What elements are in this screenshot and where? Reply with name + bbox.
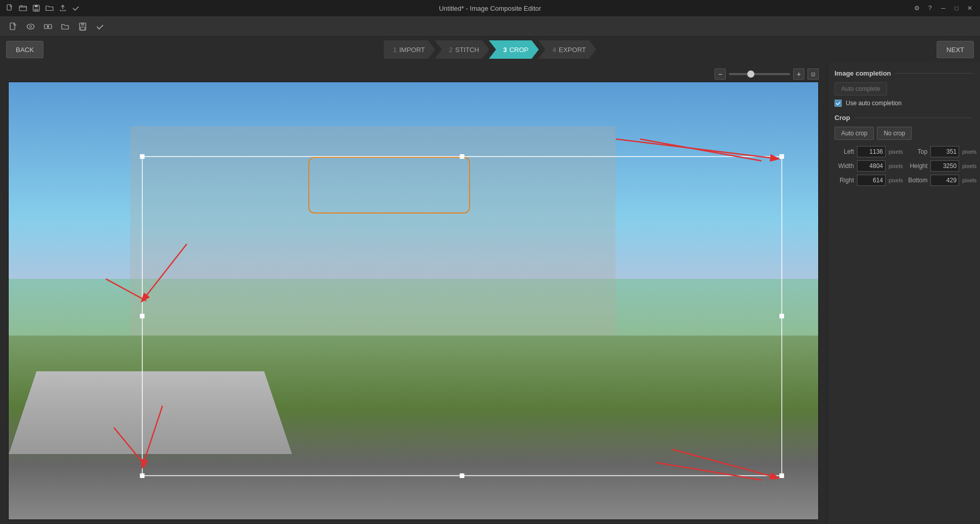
auto-complete-button[interactable]: Auto complete (835, 82, 887, 96)
zoom-slider[interactable] (729, 73, 790, 75)
step-import-label: IMPORT (399, 46, 425, 54)
top-unit: pixels (962, 149, 976, 155)
zoom-out-button[interactable]: − (715, 68, 726, 80)
svg-rect-8 (44, 25, 47, 29)
width-label: Width (835, 162, 854, 170)
next-button[interactable]: NEXT (937, 41, 974, 58)
open-icon[interactable] (18, 4, 28, 13)
folder-icon[interactable] (45, 4, 54, 13)
height-label: Height (908, 162, 927, 170)
validate-icon[interactable] (71, 4, 81, 13)
new-file-icon[interactable] (6, 19, 20, 34)
bottom-label: Bottom (908, 177, 927, 184)
bottom-value[interactable]: 429 (930, 175, 959, 186)
panorama-icon[interactable] (23, 19, 38, 34)
titlebar: Untitled* - Image Composite Editor ⚙ ? ─… (0, 0, 980, 16)
left-field-row: Left 1136 pixels (835, 146, 903, 157)
app-title: Untitled* - Image Composite Editor (439, 5, 541, 12)
maximize-icon[interactable]: □ (951, 4, 962, 12)
step-export-number: 4 (553, 46, 556, 54)
back-button[interactable]: BACK (6, 41, 43, 58)
use-auto-completion-checkbox[interactable] (835, 100, 842, 107)
left-value[interactable]: 1136 (857, 146, 886, 157)
top-label: Top (908, 148, 927, 155)
crop-section: Crop Auto crop No crop Left 1136 pixels … (835, 114, 973, 186)
svg-rect-1 (19, 6, 27, 11)
step-crop-label: CROP (509, 46, 529, 54)
titlebar-toolbar (5, 4, 81, 13)
zoom-in-button[interactable]: + (793, 68, 804, 80)
settings-icon[interactable]: ⚙ (912, 4, 922, 12)
right-unit: pixels (889, 177, 903, 183)
zoom-thumb[interactable] (747, 70, 754, 78)
panorama-image (9, 82, 818, 519)
height-unit: pixels (962, 163, 976, 169)
step-stitch-number: 2 (449, 46, 453, 54)
step-crop-number: 3 (503, 46, 507, 54)
check-icon[interactable] (93, 19, 107, 34)
svg-point-6 (27, 24, 34, 29)
svg-rect-11 (81, 23, 84, 26)
help-icon[interactable]: ? (925, 4, 935, 12)
zoom-controls: − + ⊡ (4, 66, 823, 82)
image-completion-title: Image completion (835, 69, 973, 77)
zoom-fit-button[interactable]: ⊡ (807, 68, 819, 80)
svg-rect-0 (7, 5, 11, 10)
crop-title: Crop (835, 114, 973, 122)
bottom-unit: pixels (962, 177, 976, 183)
width-field-row: Width 4804 pixels (835, 160, 903, 172)
right-label: Right (835, 177, 854, 184)
canvas-area: − + ⊡ (0, 62, 827, 524)
use-auto-completion-row: Use auto completion (835, 100, 973, 107)
width-value[interactable]: 4804 (857, 160, 886, 172)
step-export-label: EXPORT (559, 46, 586, 54)
left-unit: pixels (889, 149, 903, 155)
step-stitch-label: STITCH (455, 46, 479, 54)
right-panel: Image completion Auto complete Use auto … (827, 62, 980, 524)
step-navigation: BACK 1 IMPORT 2 STITCH 3 CROP 4 EXPORT N… (0, 37, 980, 62)
svg-rect-3 (35, 5, 38, 7)
step-export[interactable]: 4 EXPORT (538, 40, 596, 59)
left-label: Left (835, 148, 854, 155)
height-value[interactable]: 3250 (930, 160, 959, 172)
save-file-icon[interactable] (76, 19, 90, 34)
export-icon[interactable] (58, 4, 67, 13)
detection-box (308, 157, 470, 213)
height-field-row: Height 3250 pixels (908, 160, 976, 172)
bottom-field-row: Bottom 429 pixels (908, 175, 976, 186)
open-folder-icon[interactable] (58, 19, 72, 34)
save-icon[interactable] (32, 4, 41, 13)
step-import-number: 1 (393, 46, 397, 54)
close-icon[interactable]: ✕ (965, 4, 975, 12)
stitch-icon[interactable] (41, 19, 55, 34)
right-field-row: Right 614 pixels (835, 175, 903, 186)
auto-crop-button[interactable]: Auto crop (835, 127, 874, 140)
crop-buttons: Auto crop No crop (835, 127, 973, 140)
minimize-icon[interactable]: ─ (938, 4, 948, 12)
image-completion-section: Image completion Auto complete Use auto … (835, 69, 973, 107)
svg-rect-12 (81, 27, 85, 30)
top-value[interactable]: 351 (930, 146, 959, 157)
image-canvas[interactable] (8, 82, 819, 520)
main-toolbar (0, 16, 980, 37)
new-document-icon[interactable] (5, 4, 14, 13)
main-content: − + ⊡ (0, 62, 980, 524)
svg-rect-5 (10, 23, 15, 30)
svg-point-7 (30, 26, 32, 28)
top-field-row: Top 351 pixels (908, 146, 976, 157)
svg-rect-4 (34, 9, 38, 11)
use-auto-completion-label: Use auto completion (846, 100, 901, 107)
step-stitch[interactable]: 2 STITCH (435, 40, 489, 59)
step-crop[interactable]: 3 CROP (489, 40, 539, 59)
window-controls: ⚙ ? ─ □ ✕ (912, 4, 975, 12)
step-import[interactable]: 1 IMPORT (384, 40, 435, 59)
svg-rect-9 (48, 25, 52, 29)
no-crop-button[interactable]: No crop (877, 127, 912, 140)
right-value[interactable]: 614 (857, 175, 886, 186)
crop-fields: Left 1136 pixels Top 351 pixels Width 48… (835, 146, 973, 186)
width-unit: pixels (889, 163, 903, 169)
